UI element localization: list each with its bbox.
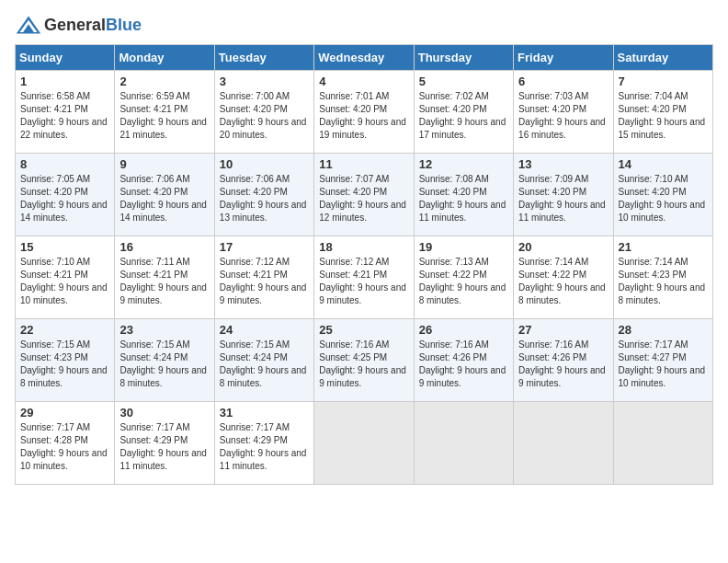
week-row-1: 8Sunrise: 7:05 AMSunset: 4:20 PMDaylight…: [16, 154, 713, 236]
calendar-cell: 30Sunrise: 7:17 AMSunset: 4:29 PMDayligh…: [115, 402, 214, 485]
calendar-cell: 15Sunrise: 7:10 AMSunset: 4:21 PMDayligh…: [16, 236, 115, 319]
day-info: Sunrise: 7:12 AMSunset: 4:21 PMDaylight:…: [220, 256, 309, 307]
day-info: Sunrise: 7:17 AMSunset: 4:27 PMDaylight:…: [619, 339, 708, 390]
day-info: Sunrise: 7:12 AMSunset: 4:21 PMDaylight:…: [319, 256, 408, 307]
calendar-cell: 12Sunrise: 7:08 AMSunset: 4:20 PMDayligh…: [414, 154, 513, 236]
day-info: Sunrise: 7:15 AMSunset: 4:24 PMDaylight:…: [220, 339, 309, 390]
calendar-table: SundayMondayTuesdayWednesdayThursdayFrid…: [15, 44, 713, 485]
day-info: Sunrise: 7:14 AMSunset: 4:22 PMDaylight:…: [518, 256, 608, 307]
calendar-cell: 14Sunrise: 7:10 AMSunset: 4:20 PMDayligh…: [613, 154, 712, 236]
day-info: Sunrise: 7:15 AMSunset: 4:24 PMDaylight:…: [119, 339, 209, 390]
day-number: 8: [20, 157, 109, 171]
calendar-cell: 18Sunrise: 7:12 AMSunset: 4:21 PMDayligh…: [314, 236, 414, 319]
day-info: Sunrise: 7:05 AMSunset: 4:20 PMDaylight:…: [20, 173, 109, 224]
day-info: Sunrise: 7:16 AMSunset: 4:26 PMDaylight:…: [419, 339, 508, 390]
calendar-cell: 10Sunrise: 7:06 AMSunset: 4:20 PMDayligh…: [214, 154, 313, 236]
day-number: 31: [220, 406, 309, 419]
day-info: Sunrise: 7:17 AMSunset: 4:29 PMDaylight:…: [119, 421, 209, 473]
week-row-0: 1Sunrise: 6:58 AMSunset: 4:21 PMDaylight…: [16, 71, 713, 154]
calendar-cell: 26Sunrise: 7:16 AMSunset: 4:26 PMDayligh…: [414, 319, 513, 402]
logo-blue: Blue: [106, 16, 142, 35]
day-number: 9: [119, 157, 209, 171]
day-number: 27: [518, 323, 608, 337]
day-info: Sunrise: 7:03 AMSunset: 4:20 PMDaylight:…: [518, 90, 608, 142]
calendar-cell: 4Sunrise: 7:01 AMSunset: 4:20 PMDaylight…: [314, 71, 414, 154]
day-number: 29: [20, 406, 109, 419]
calendar-cell: 6Sunrise: 7:03 AMSunset: 4:20 PMDaylight…: [514, 71, 613, 154]
logo-general: General: [44, 16, 106, 35]
day-number: 3: [220, 75, 309, 88]
calendar-cell: 3Sunrise: 7:00 AMSunset: 4:20 PMDaylight…: [214, 71, 313, 154]
day-number: 24: [220, 323, 309, 337]
day-number: 23: [119, 323, 209, 337]
calendar-cell: 23Sunrise: 7:15 AMSunset: 4:24 PMDayligh…: [115, 319, 214, 402]
calendar-cell: 2Sunrise: 6:59 AMSunset: 4:21 PMDaylight…: [115, 71, 214, 154]
day-number: 21: [619, 240, 708, 254]
day-info: Sunrise: 7:04 AMSunset: 4:20 PMDaylight:…: [619, 90, 708, 142]
calendar-cell: 28Sunrise: 7:17 AMSunset: 4:27 PMDayligh…: [613, 319, 712, 402]
day-info: Sunrise: 7:10 AMSunset: 4:20 PMDaylight:…: [619, 173, 708, 224]
day-info: Sunrise: 7:14 AMSunset: 4:23 PMDaylight:…: [619, 256, 708, 307]
day-number: 28: [619, 323, 708, 337]
day-number: 1: [20, 75, 109, 88]
day-info: Sunrise: 6:59 AMSunset: 4:21 PMDaylight:…: [119, 90, 209, 142]
calendar-header: SundayMondayTuesdayWednesdayThursdayFrid…: [16, 45, 713, 71]
calendar-cell: [414, 402, 513, 485]
logo: GeneralBlue: [15, 15, 142, 35]
header-thursday: Thursday: [414, 45, 513, 71]
calendar-cell: 13Sunrise: 7:09 AMSunset: 4:20 PMDayligh…: [514, 154, 613, 236]
day-info: Sunrise: 7:17 AMSunset: 4:29 PMDaylight:…: [220, 421, 309, 473]
day-number: 13: [518, 157, 608, 171]
day-info: Sunrise: 7:00 AMSunset: 4:20 PMDaylight:…: [220, 90, 309, 142]
day-number: 22: [20, 323, 109, 337]
day-number: 2: [119, 75, 209, 88]
day-number: 20: [518, 240, 608, 254]
header-row: SundayMondayTuesdayWednesdayThursdayFrid…: [16, 45, 713, 71]
day-info: Sunrise: 7:08 AMSunset: 4:20 PMDaylight:…: [419, 173, 508, 224]
calendar-cell: [514, 402, 613, 485]
day-number: 25: [319, 323, 408, 337]
header-saturday: Saturday: [613, 45, 712, 71]
day-info: Sunrise: 7:06 AMSunset: 4:20 PMDaylight:…: [220, 173, 309, 224]
day-number: 26: [419, 323, 508, 337]
day-info: Sunrise: 7:15 AMSunset: 4:23 PMDaylight:…: [20, 339, 109, 390]
calendar-cell: 5Sunrise: 7:02 AMSunset: 4:20 PMDaylight…: [414, 71, 513, 154]
day-number: 10: [220, 157, 309, 171]
header-monday: Monday: [115, 45, 214, 71]
day-info: Sunrise: 7:16 AMSunset: 4:26 PMDaylight:…: [518, 339, 608, 390]
week-row-4: 29Sunrise: 7:17 AMSunset: 4:28 PMDayligh…: [16, 402, 713, 485]
week-row-2: 15Sunrise: 7:10 AMSunset: 4:21 PMDayligh…: [16, 236, 713, 319]
calendar-cell: 11Sunrise: 7:07 AMSunset: 4:20 PMDayligh…: [314, 154, 414, 236]
calendar-cell: [314, 402, 414, 485]
header-friday: Friday: [514, 45, 613, 71]
day-info: Sunrise: 7:10 AMSunset: 4:21 PMDaylight:…: [20, 256, 109, 307]
day-number: 12: [419, 157, 508, 171]
week-row-3: 22Sunrise: 7:15 AMSunset: 4:23 PMDayligh…: [16, 319, 713, 402]
day-info: Sunrise: 7:16 AMSunset: 4:25 PMDaylight:…: [319, 339, 408, 390]
calendar-cell: 20Sunrise: 7:14 AMSunset: 4:22 PMDayligh…: [514, 236, 613, 319]
day-number: 19: [419, 240, 508, 254]
calendar-cell: 24Sunrise: 7:15 AMSunset: 4:24 PMDayligh…: [214, 319, 313, 402]
day-number: 15: [20, 240, 109, 254]
day-number: 14: [619, 157, 708, 171]
day-number: 7: [619, 75, 708, 88]
calendar-cell: 9Sunrise: 7:06 AMSunset: 4:20 PMDaylight…: [115, 154, 214, 236]
day-number: 4: [319, 75, 408, 88]
day-number: 18: [319, 240, 408, 254]
day-info: Sunrise: 6:58 AMSunset: 4:21 PMDaylight:…: [20, 90, 109, 142]
day-info: Sunrise: 7:17 AMSunset: 4:28 PMDaylight:…: [20, 421, 109, 473]
calendar-cell: 31Sunrise: 7:17 AMSunset: 4:29 PMDayligh…: [214, 402, 313, 485]
day-info: Sunrise: 7:01 AMSunset: 4:20 PMDaylight:…: [319, 90, 408, 142]
calendar-cell: 17Sunrise: 7:12 AMSunset: 4:21 PMDayligh…: [214, 236, 313, 319]
calendar-cell: 22Sunrise: 7:15 AMSunset: 4:23 PMDayligh…: [16, 319, 115, 402]
day-info: Sunrise: 7:02 AMSunset: 4:20 PMDaylight:…: [419, 90, 508, 142]
calendar-cell: 19Sunrise: 7:13 AMSunset: 4:22 PMDayligh…: [414, 236, 513, 319]
day-number: 16: [119, 240, 209, 254]
day-number: 6: [518, 75, 608, 88]
calendar-body: 1Sunrise: 6:58 AMSunset: 4:21 PMDaylight…: [16, 71, 713, 485]
header-wednesday: Wednesday: [314, 45, 414, 71]
header-sunday: Sunday: [16, 45, 115, 71]
calendar-cell: 21Sunrise: 7:14 AMSunset: 4:23 PMDayligh…: [613, 236, 712, 319]
day-info: Sunrise: 7:09 AMSunset: 4:20 PMDaylight:…: [518, 173, 608, 224]
calendar-cell: 29Sunrise: 7:17 AMSunset: 4:28 PMDayligh…: [16, 402, 115, 485]
